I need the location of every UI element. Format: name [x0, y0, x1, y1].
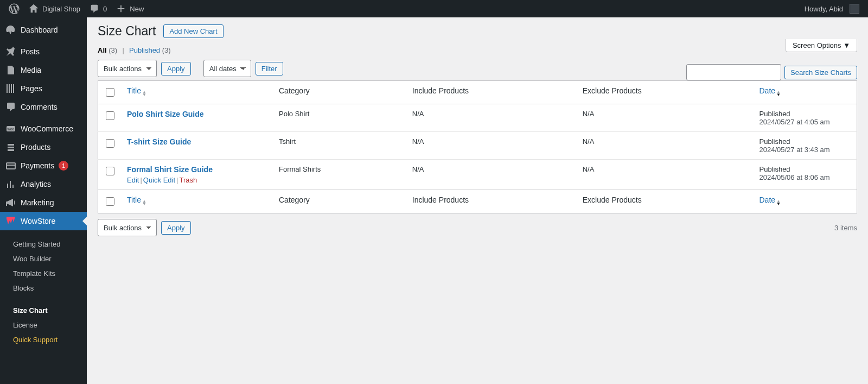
col-category: Category [273, 81, 407, 104]
admin-sidebar: DashboardPostsMediaPagesCommentswooWooCo… [0, 17, 87, 384]
row-edit[interactable]: Edit [127, 176, 139, 184]
screen-options-button[interactable]: Screen Options ▼ [786, 39, 857, 52]
col-title[interactable]: Title▲▼ [127, 86, 146, 95]
analytics-icon [5, 179, 16, 190]
cell-date: Published2024/05/27 at 3:43 am [754, 132, 857, 160]
sidebar-item-payments[interactable]: Payments1 [0, 156, 87, 175]
items-count-bottom: 3 items [834, 224, 857, 232]
site-home[interactable]: Digital Shop [24, 0, 85, 17]
svg-rect-3 [7, 165, 15, 166]
post-views: All (3) | Published (3) [98, 46, 857, 54]
wowstore-icon [5, 216, 16, 226]
sidebar-item-comments[interactable]: Comments [0, 98, 87, 116]
apply-button-bottom[interactable]: Apply [161, 221, 191, 235]
row-quick-edit[interactable]: Quick Edit [143, 176, 175, 184]
cell-date: Published2024/05/27 at 4:05 am [754, 104, 857, 132]
home-icon [28, 3, 39, 14]
col-exclude: Exclude Products [577, 81, 754, 104]
sidebar-subitem-license[interactable]: License [8, 318, 87, 332]
cell-include: N/A [407, 160, 577, 190]
add-new-chart-button[interactable]: Add New Chart [163, 24, 223, 38]
row-title-link[interactable]: Formal Shirt Size Guide [127, 165, 213, 174]
bulk-actions-select[interactable]: Bulk actions [98, 60, 157, 77]
col-title[interactable]: Title▲▼ [127, 196, 146, 204]
sidebar-subitem-quick-support[interactable]: Quick Support [8, 332, 87, 347]
size-chart-table: Title▲▼ Category Include Products Exclud… [98, 80, 857, 213]
sidebar-item-wowstore[interactable]: WowStore [0, 212, 87, 230]
toolbar-new[interactable]: New [111, 0, 148, 17]
row-title-link[interactable]: T-shirt Size Guide [127, 137, 191, 146]
bulk-actions-select-bottom[interactable]: Bulk actions [98, 219, 157, 236]
sort-icon: ▲▼ [142, 200, 146, 205]
sidebar-subitem-getting-started[interactable]: Getting Started [8, 237, 87, 251]
badge: 1 [59, 161, 68, 171]
wordpress-icon [9, 3, 20, 14]
cell-exclude: N/A [577, 104, 754, 132]
toolbar-account[interactable]: Howdy, Abid [800, 0, 864, 17]
sidebar-item-marketing[interactable]: Marketing [0, 193, 87, 212]
tablenav-bottom: Bulk actions Apply 3 items [98, 219, 857, 236]
admin-toolbar: Digital Shop 0 New Howdy, Abid [0, 0, 868, 17]
comment-icon [89, 3, 100, 14]
sidebar-item-analytics[interactable]: Analytics [0, 175, 87, 193]
avatar [850, 4, 859, 14]
col-include: Include Products [407, 81, 577, 104]
dashboard-icon [5, 24, 16, 35]
table-row: T-shirt Size GuideTshirtN/AN/APublished2… [98, 132, 857, 160]
view-published[interactable]: Published [129, 46, 160, 54]
sidebar-item-dashboard[interactable]: Dashboard [0, 21, 87, 39]
screen-options-wrap: Screen Options ▼ [786, 39, 857, 52]
comment-icon [5, 102, 16, 112]
sidebar-subitem-blocks[interactable]: Blocks [8, 281, 87, 295]
col-exclude: Exclude Products [577, 190, 754, 213]
sidebar-item-posts[interactable]: Posts [0, 42, 87, 61]
pin-icon [5, 46, 16, 57]
svg-rect-2 [7, 163, 15, 169]
cell-category: Polo Shirt [273, 104, 407, 132]
select-all-checkbox-bottom[interactable] [106, 197, 114, 206]
marketing-icon [5, 197, 16, 208]
table-row: Polo Shirt Size GuidePolo ShirtN/AN/APub… [98, 104, 857, 132]
col-include: Include Products [407, 190, 577, 213]
media-icon [5, 65, 16, 75]
sidebar-item-woocommerce[interactable]: wooWooCommerce [0, 119, 87, 138]
date-filter-select[interactable]: All dates [203, 60, 251, 77]
sidebar-item-pages[interactable]: Pages [0, 79, 87, 98]
view-all[interactable]: All [98, 46, 107, 54]
plus-icon [116, 3, 126, 14]
select-all-checkbox[interactable] [106, 88, 114, 97]
table-row: Formal Shirt Size GuideEdit|Quick Edit|T… [98, 160, 857, 190]
search-box: Search Size Charts [686, 64, 857, 80]
search-input[interactable] [686, 64, 781, 80]
row-checkbox[interactable] [106, 111, 114, 120]
cell-date: Published2024/05/06 at 8:06 am [754, 160, 857, 190]
row-checkbox[interactable] [106, 139, 114, 148]
sidebar-subitem-size-chart[interactable]: Size Chart [8, 303, 87, 318]
filter-button[interactable]: Filter [256, 62, 283, 75]
sidebar-subitem-woo-builder[interactable]: Woo Builder [8, 251, 87, 266]
cell-exclude: N/A [577, 160, 754, 190]
cell-exclude: N/A [577, 132, 754, 160]
payments-icon [5, 160, 16, 171]
content-area: Screen Options ▼ Size Chart Add New Char… [87, 17, 868, 384]
row-checkbox[interactable] [106, 167, 114, 175]
cell-category: Formal Shirts [273, 160, 407, 190]
sort-icon: ▲▼ [776, 200, 781, 205]
cell-category: Tshirt [273, 132, 407, 160]
row-title-link[interactable]: Polo Shirt Size Guide [127, 110, 204, 118]
sidebar-item-products[interactable]: Products [0, 138, 87, 156]
sidebar-subitem-template-kits[interactable]: Template Kits [8, 266, 87, 281]
col-date[interactable]: Date▲▼ [760, 196, 781, 204]
toolbar-comments[interactable]: 0 [85, 0, 111, 17]
sidebar-item-media[interactable]: Media [0, 61, 87, 79]
products-icon [5, 142, 16, 153]
col-date[interactable]: Date▲▼ [760, 86, 781, 95]
search-button[interactable]: Search Size Charts [784, 66, 857, 79]
row-trash[interactable]: Trash [179, 176, 197, 184]
cell-include: N/A [407, 104, 577, 132]
svg-text:woo: woo [7, 127, 15, 131]
wp-logo[interactable] [4, 0, 24, 17]
site-name: Digital Shop [42, 5, 80, 13]
row-actions: Edit|Quick Edit|Trash [127, 176, 268, 184]
apply-button[interactable]: Apply [161, 62, 191, 75]
